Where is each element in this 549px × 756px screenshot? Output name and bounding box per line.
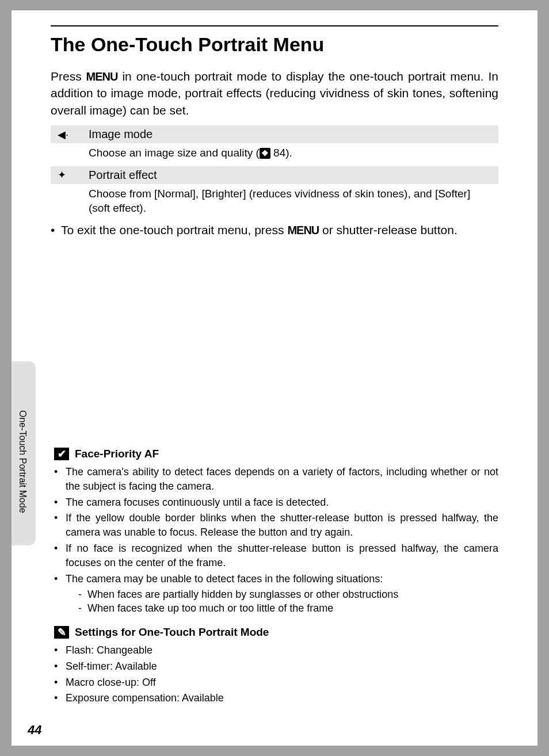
cross-ref-icon: ❖: [260, 148, 270, 159]
option-label: Image mode: [89, 128, 152, 141]
option-desc-text: Choose from [Normal], [Brighter] (reduce…: [89, 188, 470, 215]
note-heading: ✎ Settings for One-Touch Portrait Mode: [54, 626, 498, 639]
sub-list-item: When faces are partially hidden by sungl…: [78, 587, 498, 602]
note-heading: ✔ Face-Priority AF: [54, 448, 498, 460]
option-description: Choose an image size and quality (❖ 84).: [51, 143, 498, 166]
note-list: Flash: Changeable Self-timer: Available …: [54, 643, 498, 705]
exit-text-pre: To exit the one-touch portrait menu, pre…: [61, 223, 287, 236]
option-desc-text: Choose an image size and quality (: [89, 147, 260, 159]
note-face-priority-af: ✔ Face-Priority AF The camera's ability …: [54, 448, 498, 617]
list-item: The camera may be unable to detect faces…: [54, 572, 498, 616]
list-item: The camera focuses continuously until a …: [54, 495, 498, 510]
bullet-icon: •: [51, 223, 61, 237]
option-row-header: ◀· Image mode: [51, 125, 498, 143]
page-number: 44: [28, 723, 41, 738]
list-item-text: The camera may be unable to detect faces…: [66, 573, 383, 585]
list-item: Flash: Changeable: [54, 643, 498, 658]
note-title: Face-Priority AF: [75, 448, 159, 460]
list-item: Macro close-up: Off: [54, 675, 498, 690]
pencil-icon: ✎: [54, 626, 69, 639]
image-mode-icon: ◀·: [58, 128, 89, 141]
sub-list: When faces are partially hidden by sungl…: [66, 587, 498, 616]
exit-text-post: or shutter-release button.: [319, 223, 457, 236]
list-item: Self-timer: Available: [54, 659, 498, 674]
side-chapter-label: One-Touch Portrait Mode: [17, 410, 28, 513]
list-item: Exposure compensation: Available: [54, 691, 498, 705]
cross-ref-page: 84).: [270, 147, 292, 159]
note-list: The camera's ability to detect faces dep…: [54, 465, 498, 616]
note-settings: ✎ Settings for One-Touch Portrait Mode F…: [54, 626, 498, 707]
option-row-header: ✦ Portrait effect: [51, 166, 498, 184]
note-title: Settings for One-Touch Portrait Mode: [75, 626, 269, 639]
list-item: If no face is recognized when the shutte…: [54, 541, 498, 570]
portrait-effect-icon: ✦: [58, 169, 89, 181]
options-table: ◀· Image mode Choose an image size and q…: [51, 125, 498, 222]
page-title: The One-Touch Portrait Menu: [51, 33, 324, 56]
menu-glyph: MENU: [86, 70, 118, 83]
manual-page: The One-Touch Portrait Menu Press MENU i…: [12, 10, 537, 746]
list-item: The camera's ability to detect faces dep…: [54, 465, 498, 494]
option-label: Portrait effect: [89, 169, 157, 182]
option-description: Choose from [Normal], [Brighter] (reduce…: [51, 184, 498, 222]
intro-text-post: in one-touch portrait mode to display th…: [51, 70, 498, 117]
intro-paragraph: Press MENU in one-touch portrait mode to…: [51, 68, 498, 119]
list-item: If the yellow double border blinks when …: [54, 511, 498, 540]
menu-glyph: MENU: [287, 224, 319, 236]
intro-text-pre: Press: [51, 70, 86, 83]
sub-list-item: When faces take up too much or too littl…: [78, 601, 498, 616]
header-rule: [51, 25, 498, 26]
exit-instruction: •To exit the one-touch portrait menu, pr…: [51, 223, 498, 237]
check-icon: ✔: [54, 448, 69, 460]
